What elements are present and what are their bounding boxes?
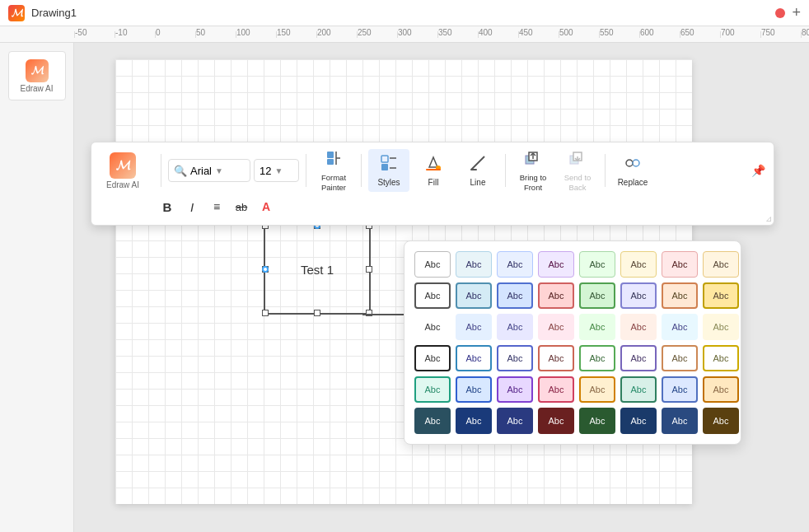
style-cell-4-5[interactable]: Abc [579, 345, 615, 371]
style-grid: Abc Abc Abc Abc Abc Abc Abc Abc Abc Abc … [414, 251, 731, 434]
style-cell-1-3[interactable]: Abc [497, 251, 533, 278]
style-cell-5-3[interactable]: Abc [497, 376, 533, 403]
style-cell-5-6[interactable]: Abc [620, 376, 657, 403]
style-cell-6-7[interactable]: Abc [662, 408, 698, 434]
style-cell-4-7[interactable]: Abc [662, 345, 698, 371]
style-cell-3-8[interactable]: Abc [703, 314, 739, 340]
style-cell-5-1[interactable]: Abc [414, 376, 451, 403]
main-area: 𝓜 Edraw AI [0, 43, 809, 532]
svg-line-10 [471, 156, 484, 170]
style-cell-6-2[interactable]: Abc [456, 408, 492, 434]
bring-to-front-label: Bring toFront [520, 173, 547, 192]
italic-button[interactable]: I [180, 195, 203, 218]
pin-button[interactable]: 📌 [750, 162, 767, 179]
style-cell-2-5[interactable]: Abc [579, 282, 615, 309]
shape-rect[interactable]: Test 1 [264, 224, 371, 315]
ruler-marks: -50 -10 0 50 100 150 200 250 300 350 400… [74, 31, 809, 38]
separator-3 [361, 154, 362, 187]
font-size-select[interactable]: 12 ▼ [254, 159, 299, 182]
search-icon: 🔍 [174, 165, 187, 177]
replace-label: Replace [618, 178, 648, 187]
style-cell-4-6[interactable]: Abc [620, 345, 657, 371]
separator-2 [306, 154, 306, 187]
canvas-area[interactable]: Test 1 𝓜 Edraw AI 🔍 Aria [74, 43, 809, 532]
send-to-back-icon [568, 149, 587, 171]
close-button[interactable] [775, 8, 785, 18]
style-cell-3-5[interactable]: Abc [579, 314, 615, 340]
style-cell-6-6[interactable]: Abc [620, 408, 657, 434]
style-cell-6-8[interactable]: Abc [703, 408, 739, 434]
style-cell-4-2[interactable]: Abc [456, 345, 492, 371]
bold-button[interactable]: B [156, 195, 179, 218]
shape-container[interactable]: Test 1 [264, 224, 371, 315]
shape-label: Test 1 [301, 263, 334, 277]
style-cell-3-7[interactable]: Abc [662, 314, 698, 340]
strikethrough-button[interactable]: ab [230, 195, 253, 218]
styles-label: Styles [377, 178, 400, 187]
style-cell-1-2[interactable]: Abc [456, 251, 492, 278]
resize-handle: ⊿ [765, 214, 772, 223]
format-painter-button[interactable]: FormatPainter [313, 149, 354, 192]
handle-bm[interactable] [314, 310, 320, 316]
style-cell-6-4[interactable]: Abc [538, 408, 574, 434]
style-cell-6-3[interactable]: Abc [497, 408, 533, 434]
style-cell-5-5[interactable]: Abc [579, 376, 615, 403]
style-cell-5-7[interactable]: Abc [662, 376, 698, 403]
style-cell-1-5[interactable]: Abc [579, 251, 615, 278]
style-cell-2-2[interactable]: Abc [456, 282, 492, 309]
style-cell-2-1[interactable]: Abc [414, 282, 451, 309]
style-cell-3-4[interactable]: Abc [538, 314, 574, 340]
font-family-select[interactable]: 🔍 Arial ▼ [168, 159, 250, 182]
style-cell-4-1[interactable]: Abc [414, 345, 451, 371]
style-cell-1-1[interactable]: Abc [414, 251, 451, 278]
handle-bl[interactable] [262, 310, 269, 316]
style-cell-1-4[interactable]: Abc [538, 251, 574, 278]
font-size-chevron-icon: ▼ [274, 166, 283, 175]
replace-button[interactable]: Replace [612, 149, 653, 192]
style-cell-2-7[interactable]: Abc [662, 282, 698, 309]
style-cell-1-6[interactable]: Abc [620, 251, 657, 278]
style-cell-4-3[interactable]: Abc [497, 345, 533, 371]
fill-icon [424, 154, 442, 176]
style-cell-3-6[interactable]: Abc [620, 314, 657, 340]
handle-mr[interactable] [366, 266, 372, 273]
line-button[interactable]: Line [457, 149, 498, 192]
toolbar-row1: 𝓜 Edraw AI 🔍 Arial ▼ 12 ▼ [98, 149, 767, 192]
send-to-back-button[interactable]: Send toBack [557, 149, 598, 192]
style-cell-2-8[interactable]: Abc [703, 282, 739, 309]
new-tab-button[interactable]: + [792, 4, 801, 21]
styles-button[interactable]: Styles [368, 149, 409, 192]
svg-point-23 [633, 160, 639, 166]
line-icon [469, 154, 487, 176]
style-cell-5-4[interactable]: Abc [538, 376, 574, 403]
style-cell-2-6[interactable]: Abc [620, 282, 657, 309]
style-cell-4-8[interactable]: Abc [703, 345, 739, 371]
svg-point-22 [626, 160, 633, 166]
style-cell-6-1[interactable]: Abc [414, 408, 451, 434]
sidebar: 𝓜 Edraw AI [0, 43, 74, 532]
style-cell-3-3[interactable]: Abc [497, 314, 533, 340]
style-cell-6-5[interactable]: Abc [579, 408, 615, 434]
fill-button[interactable]: Fill [413, 149, 454, 192]
style-cell-2-4[interactable]: Abc [538, 282, 574, 309]
bring-to-front-icon [524, 149, 542, 171]
app-title: Drawing1 [31, 7, 769, 19]
format-painter-label: FormatPainter [321, 173, 346, 192]
font-family-value: Arial [190, 165, 212, 177]
style-cell-5-8[interactable]: Abc [703, 376, 739, 403]
style-cell-2-3[interactable]: Abc [497, 282, 533, 309]
align-button[interactable]: ≡ [205, 195, 228, 218]
conn-left[interactable] [262, 266, 269, 273]
style-cell-4-4[interactable]: Abc [538, 345, 574, 371]
sidebar-item-edraw[interactable]: 𝓜 Edraw AI [8, 51, 66, 100]
style-cell-3-2[interactable]: Abc [456, 314, 492, 340]
font-color-button[interactable]: A [255, 195, 278, 218]
style-cell-3-1[interactable]: Abc [414, 314, 451, 340]
format-painter-icon [325, 149, 343, 171]
style-cell-5-2[interactable]: Abc [456, 376, 492, 403]
style-cell-1-8[interactable]: Abc [703, 251, 739, 278]
svg-rect-5 [381, 164, 388, 170]
bring-to-front-button[interactable]: Bring toFront [512, 149, 554, 192]
style-cell-1-7[interactable]: Abc [662, 251, 698, 278]
svg-rect-0 [327, 152, 334, 158]
